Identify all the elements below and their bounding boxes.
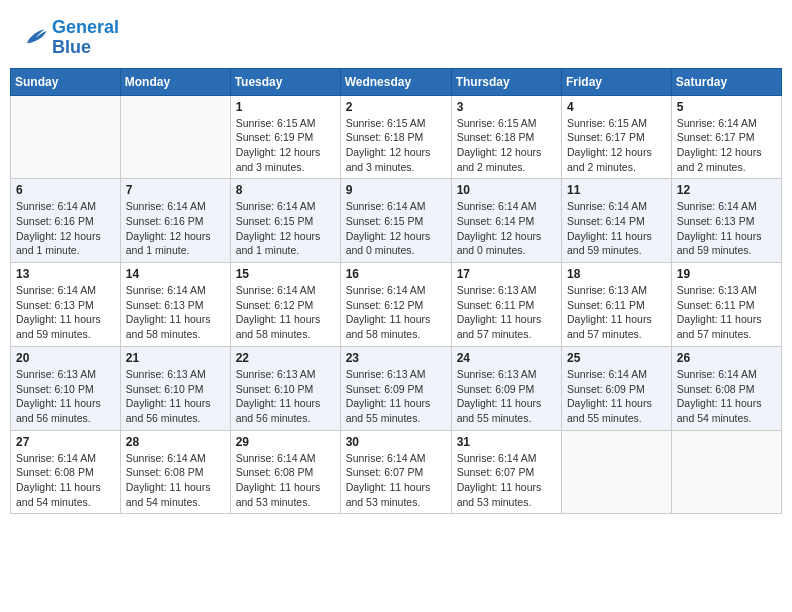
day-number: 11	[567, 183, 666, 197]
calendar-cell	[120, 95, 230, 179]
calendar-cell: 15Sunrise: 6:14 AM Sunset: 6:12 PM Dayli…	[230, 263, 340, 347]
calendar-cell: 14Sunrise: 6:14 AM Sunset: 6:13 PM Dayli…	[120, 263, 230, 347]
day-number: 23	[346, 351, 446, 365]
calendar-body: 1Sunrise: 6:15 AM Sunset: 6:19 PM Daylig…	[11, 95, 782, 514]
day-number: 1	[236, 100, 335, 114]
day-info: Sunrise: 6:15 AM Sunset: 6:17 PM Dayligh…	[567, 116, 666, 175]
day-number: 25	[567, 351, 666, 365]
day-info: Sunrise: 6:14 AM Sunset: 6:16 PM Dayligh…	[126, 199, 225, 258]
day-number: 10	[457, 183, 556, 197]
day-number: 31	[457, 435, 556, 449]
day-number: 28	[126, 435, 225, 449]
day-number: 7	[126, 183, 225, 197]
day-info: Sunrise: 6:15 AM Sunset: 6:19 PM Dayligh…	[236, 116, 335, 175]
logo-text: General	[52, 18, 119, 38]
weekday-thursday: Thursday	[451, 68, 561, 95]
calendar-cell: 30Sunrise: 6:14 AM Sunset: 6:07 PM Dayli…	[340, 430, 451, 514]
calendar-cell: 3Sunrise: 6:15 AM Sunset: 6:18 PM Daylig…	[451, 95, 561, 179]
day-number: 29	[236, 435, 335, 449]
calendar-cell: 31Sunrise: 6:14 AM Sunset: 6:07 PM Dayli…	[451, 430, 561, 514]
page-header: General Blue	[10, 10, 782, 62]
calendar-cell: 16Sunrise: 6:14 AM Sunset: 6:12 PM Dayli…	[340, 263, 451, 347]
calendar-cell: 25Sunrise: 6:14 AM Sunset: 6:09 PM Dayli…	[562, 346, 672, 430]
day-info: Sunrise: 6:14 AM Sunset: 6:07 PM Dayligh…	[457, 451, 556, 510]
calendar-cell: 26Sunrise: 6:14 AM Sunset: 6:08 PM Dayli…	[671, 346, 781, 430]
day-info: Sunrise: 6:14 AM Sunset: 6:08 PM Dayligh…	[16, 451, 115, 510]
calendar-cell: 20Sunrise: 6:13 AM Sunset: 6:10 PM Dayli…	[11, 346, 121, 430]
calendar-cell: 24Sunrise: 6:13 AM Sunset: 6:09 PM Dayli…	[451, 346, 561, 430]
day-number: 16	[346, 267, 446, 281]
logo-icon	[20, 24, 48, 52]
day-number: 12	[677, 183, 776, 197]
day-info: Sunrise: 6:14 AM Sunset: 6:13 PM Dayligh…	[16, 283, 115, 342]
day-info: Sunrise: 6:14 AM Sunset: 6:08 PM Dayligh…	[236, 451, 335, 510]
calendar-cell: 10Sunrise: 6:14 AM Sunset: 6:14 PM Dayli…	[451, 179, 561, 263]
day-number: 4	[567, 100, 666, 114]
day-number: 6	[16, 183, 115, 197]
day-number: 21	[126, 351, 225, 365]
day-number: 22	[236, 351, 335, 365]
day-info: Sunrise: 6:13 AM Sunset: 6:10 PM Dayligh…	[236, 367, 335, 426]
day-info: Sunrise: 6:14 AM Sunset: 6:14 PM Dayligh…	[567, 199, 666, 258]
day-info: Sunrise: 6:13 AM Sunset: 6:11 PM Dayligh…	[457, 283, 556, 342]
logo-subtext: Blue	[52, 38, 119, 58]
day-info: Sunrise: 6:14 AM Sunset: 6:13 PM Dayligh…	[126, 283, 225, 342]
day-number: 19	[677, 267, 776, 281]
day-info: Sunrise: 6:14 AM Sunset: 6:16 PM Dayligh…	[16, 199, 115, 258]
day-info: Sunrise: 6:13 AM Sunset: 6:10 PM Dayligh…	[126, 367, 225, 426]
calendar-cell	[671, 430, 781, 514]
calendar-cell: 22Sunrise: 6:13 AM Sunset: 6:10 PM Dayli…	[230, 346, 340, 430]
calendar-cell: 12Sunrise: 6:14 AM Sunset: 6:13 PM Dayli…	[671, 179, 781, 263]
day-number: 17	[457, 267, 556, 281]
calendar-week-1: 1Sunrise: 6:15 AM Sunset: 6:19 PM Daylig…	[11, 95, 782, 179]
day-info: Sunrise: 6:15 AM Sunset: 6:18 PM Dayligh…	[457, 116, 556, 175]
weekday-monday: Monday	[120, 68, 230, 95]
day-info: Sunrise: 6:14 AM Sunset: 6:12 PM Dayligh…	[236, 283, 335, 342]
calendar-cell: 17Sunrise: 6:13 AM Sunset: 6:11 PM Dayli…	[451, 263, 561, 347]
weekday-wednesday: Wednesday	[340, 68, 451, 95]
calendar-cell: 4Sunrise: 6:15 AM Sunset: 6:17 PM Daylig…	[562, 95, 672, 179]
calendar-week-4: 20Sunrise: 6:13 AM Sunset: 6:10 PM Dayli…	[11, 346, 782, 430]
calendar-week-5: 27Sunrise: 6:14 AM Sunset: 6:08 PM Dayli…	[11, 430, 782, 514]
day-number: 8	[236, 183, 335, 197]
calendar-cell: 9Sunrise: 6:14 AM Sunset: 6:15 PM Daylig…	[340, 179, 451, 263]
day-info: Sunrise: 6:14 AM Sunset: 6:17 PM Dayligh…	[677, 116, 776, 175]
logo: General Blue	[20, 18, 119, 58]
calendar-week-2: 6Sunrise: 6:14 AM Sunset: 6:16 PM Daylig…	[11, 179, 782, 263]
day-info: Sunrise: 6:13 AM Sunset: 6:09 PM Dayligh…	[346, 367, 446, 426]
calendar-cell: 19Sunrise: 6:13 AM Sunset: 6:11 PM Dayli…	[671, 263, 781, 347]
day-number: 13	[16, 267, 115, 281]
weekday-friday: Friday	[562, 68, 672, 95]
weekday-sunday: Sunday	[11, 68, 121, 95]
day-number: 5	[677, 100, 776, 114]
calendar-cell: 29Sunrise: 6:14 AM Sunset: 6:08 PM Dayli…	[230, 430, 340, 514]
calendar-cell: 18Sunrise: 6:13 AM Sunset: 6:11 PM Dayli…	[562, 263, 672, 347]
calendar-cell: 27Sunrise: 6:14 AM Sunset: 6:08 PM Dayli…	[11, 430, 121, 514]
day-number: 14	[126, 267, 225, 281]
calendar-cell: 1Sunrise: 6:15 AM Sunset: 6:19 PM Daylig…	[230, 95, 340, 179]
calendar-cell: 28Sunrise: 6:14 AM Sunset: 6:08 PM Dayli…	[120, 430, 230, 514]
weekday-saturday: Saturday	[671, 68, 781, 95]
day-number: 27	[16, 435, 115, 449]
calendar-cell: 5Sunrise: 6:14 AM Sunset: 6:17 PM Daylig…	[671, 95, 781, 179]
calendar-cell	[562, 430, 672, 514]
day-number: 20	[16, 351, 115, 365]
day-number: 26	[677, 351, 776, 365]
calendar-cell: 23Sunrise: 6:13 AM Sunset: 6:09 PM Dayli…	[340, 346, 451, 430]
calendar-cell	[11, 95, 121, 179]
day-info: Sunrise: 6:14 AM Sunset: 6:13 PM Dayligh…	[677, 199, 776, 258]
day-info: Sunrise: 6:14 AM Sunset: 6:09 PM Dayligh…	[567, 367, 666, 426]
day-info: Sunrise: 6:14 AM Sunset: 6:08 PM Dayligh…	[126, 451, 225, 510]
calendar-cell: 21Sunrise: 6:13 AM Sunset: 6:10 PM Dayli…	[120, 346, 230, 430]
calendar-table: SundayMondayTuesdayWednesdayThursdayFrid…	[10, 68, 782, 515]
day-number: 18	[567, 267, 666, 281]
calendar-cell: 6Sunrise: 6:14 AM Sunset: 6:16 PM Daylig…	[11, 179, 121, 263]
day-info: Sunrise: 6:14 AM Sunset: 6:07 PM Dayligh…	[346, 451, 446, 510]
day-info: Sunrise: 6:13 AM Sunset: 6:10 PM Dayligh…	[16, 367, 115, 426]
calendar-cell: 8Sunrise: 6:14 AM Sunset: 6:15 PM Daylig…	[230, 179, 340, 263]
day-info: Sunrise: 6:15 AM Sunset: 6:18 PM Dayligh…	[346, 116, 446, 175]
day-info: Sunrise: 6:14 AM Sunset: 6:14 PM Dayligh…	[457, 199, 556, 258]
weekday-tuesday: Tuesday	[230, 68, 340, 95]
calendar-cell: 7Sunrise: 6:14 AM Sunset: 6:16 PM Daylig…	[120, 179, 230, 263]
calendar-header: SundayMondayTuesdayWednesdayThursdayFrid…	[11, 68, 782, 95]
